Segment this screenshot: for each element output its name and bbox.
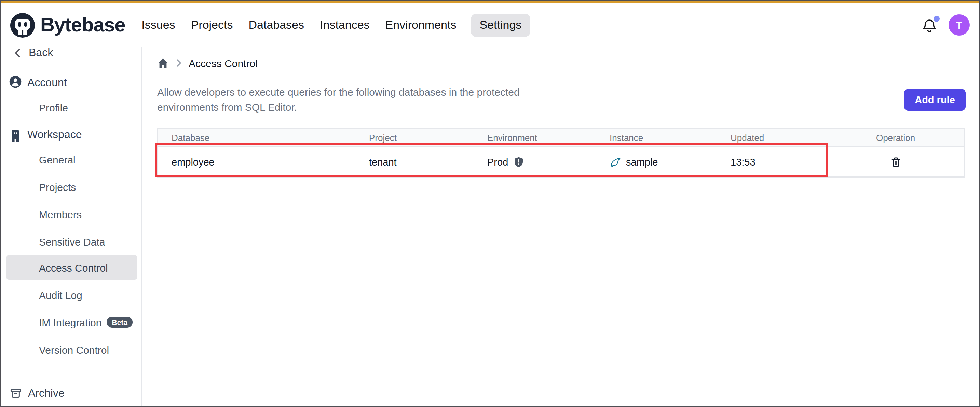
- cell-project: tenant: [355, 147, 474, 177]
- sidebar-item-profile[interactable]: Profile: [39, 98, 68, 117]
- sidebar-item-access-control[interactable]: Access Control: [6, 255, 137, 280]
- sidebar-item-members[interactable]: Members: [39, 204, 82, 224]
- cell-instance: sample: [596, 147, 717, 177]
- notification-bell-icon[interactable]: [921, 17, 938, 33]
- navbar-right: T: [921, 14, 970, 35]
- nav-item-instances[interactable]: Instances: [318, 13, 371, 37]
- bytebase-logo-icon: [10, 12, 35, 38]
- nav-item-settings[interactable]: Settings: [471, 13, 530, 37]
- mysql-dolphin-icon: [609, 156, 621, 167]
- access-rules-table: Database Project Environment Instance Up…: [157, 128, 965, 178]
- trash-icon: [890, 156, 901, 167]
- nav-item-issues[interactable]: Issues: [140, 13, 176, 37]
- page: Bytebase Issues Projects Databases Insta…: [0, 0, 980, 407]
- bytebase-logo[interactable]: Bytebase: [10, 12, 125, 38]
- delete-rule-button[interactable]: [889, 155, 902, 169]
- column-header-updated: Updated: [717, 129, 827, 146]
- sidebar-section-workspace: Workspace: [27, 125, 82, 144]
- app-body: Back Account Profile Workspace General P…: [2, 47, 978, 405]
- archive-label: Archive: [28, 387, 65, 399]
- sidebar-section-account: Account: [27, 73, 67, 93]
- breadcrumb-current: Access Control: [189, 57, 258, 69]
- sidebar-item-im-integration-label: IM Integration: [39, 316, 102, 328]
- table-header-row: Database Project Environment Instance Up…: [158, 129, 964, 147]
- back-label: Back: [29, 47, 53, 59]
- brand-name: Bytebase: [40, 14, 125, 36]
- sidebar-item-audit-log[interactable]: Audit Log: [39, 285, 82, 305]
- user-circle-icon: [9, 75, 22, 88]
- table-row: employee tenant Prod: [158, 147, 964, 177]
- archive-icon: [10, 388, 21, 399]
- sidebar-item-im-integration[interactable]: IM Integration Beta: [39, 313, 133, 332]
- sidebar-item-version-control[interactable]: Version Control: [39, 340, 109, 359]
- shield-alert-icon: [513, 156, 524, 167]
- environment-name: Prod: [487, 156, 508, 167]
- column-header-database: Database: [158, 129, 355, 146]
- cell-operation: [827, 147, 964, 177]
- breadcrumb: Access Control: [157, 56, 258, 70]
- column-header-project: Project: [355, 129, 474, 146]
- nav-item-projects[interactable]: Projects: [189, 13, 234, 37]
- chevron-right-icon: [175, 59, 183, 67]
- sidebar-item-projects[interactable]: Projects: [39, 177, 76, 196]
- sidebar-item-access-control-label: Access Control: [39, 262, 108, 273]
- main-content: Access Control Allow developers to execu…: [142, 47, 978, 405]
- column-header-environment: Environment: [474, 129, 596, 146]
- column-header-instance: Instance: [596, 129, 717, 146]
- notification-dot: [934, 15, 940, 22]
- app-window: Bytebase Issues Projects Databases Insta…: [0, 0, 980, 407]
- cell-environment: Prod: [474, 147, 596, 177]
- top-navbar: Bytebase Issues Projects Databases Insta…: [2, 3, 978, 47]
- page-description: Allow developers to execute queries for …: [157, 85, 552, 115]
- sidebar-item-archive[interactable]: Archive: [10, 384, 65, 403]
- building-icon: [10, 130, 21, 142]
- instance-name: sample: [626, 156, 658, 167]
- user-avatar[interactable]: T: [948, 14, 970, 35]
- cell-database: employee: [158, 147, 355, 177]
- home-icon[interactable]: [157, 57, 169, 69]
- back-button[interactable]: Back: [12, 47, 53, 62]
- main-nav: Issues Projects Databases Instances Envi…: [140, 13, 530, 37]
- nav-item-databases[interactable]: Databases: [247, 13, 305, 37]
- beta-badge: Beta: [106, 317, 133, 328]
- cell-updated: 13:53: [717, 147, 827, 177]
- sidebar-item-general[interactable]: General: [39, 150, 75, 169]
- add-rule-button[interactable]: Add rule: [904, 89, 966, 111]
- nav-item-environments[interactable]: Environments: [384, 13, 458, 37]
- column-header-operation: Operation: [827, 129, 964, 146]
- settings-sidebar: Back Account Profile Workspace General P…: [2, 47, 142, 405]
- chevron-left-icon: [12, 47, 23, 59]
- sidebar-item-sensitive-data[interactable]: Sensitive Data: [39, 232, 105, 251]
